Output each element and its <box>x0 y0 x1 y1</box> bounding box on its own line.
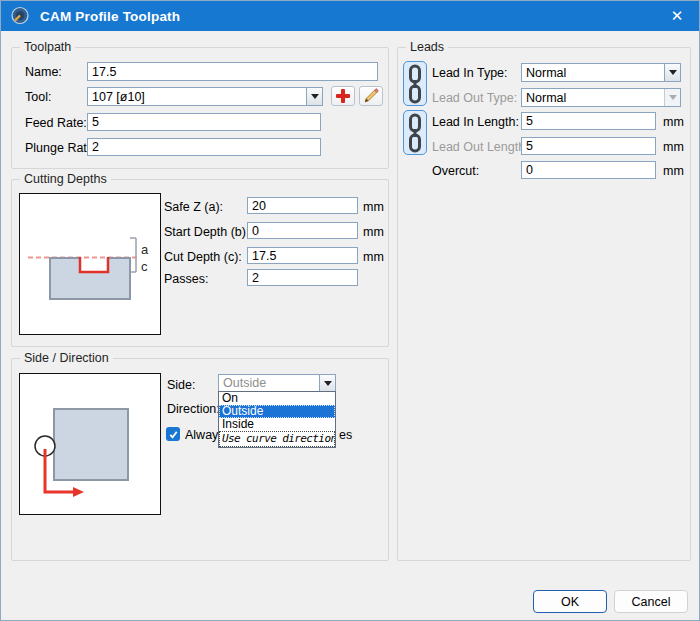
ok-button[interactable]: OK <box>533 590 607 613</box>
cutting-depths-diagram: a c <box>19 193 161 335</box>
plunge-rate-input[interactable] <box>87 138 321 156</box>
side-combobox-value: Outside <box>219 376 319 390</box>
cut-depth-input[interactable] <box>247 247 358 264</box>
check-icon <box>168 429 179 440</box>
edit-tool-button[interactable] <box>359 86 383 106</box>
plus-icon <box>334 88 352 104</box>
cut-depth-unit: mm <box>363 250 384 264</box>
diagram-a-label: a <box>141 242 149 257</box>
side-direction-group-title: Side / Direction <box>20 351 113 365</box>
toolpath-group-title: Toolpath <box>20 40 75 54</box>
tool-dropdown-arrow-icon[interactable] <box>306 88 322 105</box>
side-direction-diagram <box>19 373 161 515</box>
passes-label: Passes: <box>164 272 208 286</box>
lead-out-length-unit: mm <box>663 140 684 154</box>
lead-in-length-unit: mm <box>663 115 684 129</box>
lead-out-type-label: Lead Out Type: <box>432 91 517 105</box>
leads-group-title: Leads <box>406 40 448 54</box>
side-option-inside[interactable]: Inside <box>219 418 335 431</box>
side-dropdown-arrow-icon[interactable] <box>319 375 335 391</box>
add-tool-button[interactable] <box>331 86 355 106</box>
start-depth-input[interactable] <box>247 222 358 239</box>
lead-in-type-dropdown-arrow-icon[interactable] <box>664 64 680 81</box>
lead-out-length-label: Lead Out Length: <box>432 140 529 154</box>
feed-rate-label: Feed Rate: <box>25 116 87 130</box>
lead-out-type-combobox: Normal <box>521 88 681 107</box>
cam-profile-toolpath-dialog: CAM Profile Toolpath ✕ Toolpath Name: To… <box>0 0 700 621</box>
chain-link-icon <box>404 63 426 105</box>
feed-rate-input[interactable] <box>87 113 321 131</box>
cut-depth-label: Cut Depth (c): <box>164 250 242 264</box>
lead-in-type-label: Lead In Type: <box>432 66 508 80</box>
link-lead-lengths-button[interactable] <box>403 110 427 155</box>
lead-in-length-label: Lead In Length: <box>432 115 519 129</box>
name-label: Name: <box>25 65 62 79</box>
start-depth-unit: mm <box>363 225 384 239</box>
safe-z-label: Safe Z (a): <box>164 200 223 214</box>
start-depth-label: Start Depth (b): <box>164 225 249 239</box>
gauge-app-icon <box>10 6 30 26</box>
side-combobox[interactable]: Outside <box>218 374 336 392</box>
tool-label: Tool: <box>25 90 51 104</box>
safe-z-input[interactable] <box>247 197 358 214</box>
side-dropdown-list: On Outside Inside Use curve direction <box>218 391 336 448</box>
pencil-icon <box>363 88 379 104</box>
chain-link-icon <box>404 112 426 154</box>
lead-in-type-value: Normal <box>522 66 664 80</box>
side-label: Side: <box>167 378 196 392</box>
tool-combobox-value: 107 [ø10] <box>88 90 306 104</box>
close-button[interactable]: ✕ <box>655 1 699 31</box>
tool-combobox[interactable]: 107 [ø10] <box>87 87 323 106</box>
direction-label: Direction: <box>167 402 220 416</box>
lead-out-type-dropdown-arrow-icon <box>664 89 680 106</box>
always-checkbox-label-suffix: es <box>339 428 352 442</box>
title-bar[interactable]: CAM Profile Toolpath ✕ <box>1 1 699 31</box>
overcut-label: Overcut: <box>432 164 479 178</box>
lead-out-length-input[interactable] <box>521 137 656 155</box>
close-icon: ✕ <box>671 7 684 24</box>
safe-z-unit: mm <box>363 200 384 214</box>
cancel-button[interactable]: Cancel <box>614 590 688 613</box>
lead-out-type-value: Normal <box>522 91 664 105</box>
always-checkbox[interactable] <box>166 427 180 441</box>
side-option-use-curve-direction[interactable]: Use curve direction <box>219 431 335 447</box>
overcut-input[interactable] <box>521 161 656 179</box>
name-input[interactable] <box>87 62 378 81</box>
lead-in-length-input[interactable] <box>521 112 656 130</box>
cutting-depths-group-title: Cutting Depths <box>20 172 111 186</box>
lead-in-type-combobox[interactable]: Normal <box>521 63 681 82</box>
passes-input[interactable] <box>247 269 358 286</box>
overcut-unit: mm <box>663 164 684 178</box>
window-title: CAM Profile Toolpath <box>40 9 180 24</box>
diagram-c-label: c <box>141 259 148 274</box>
link-lead-types-button[interactable] <box>403 61 427 106</box>
